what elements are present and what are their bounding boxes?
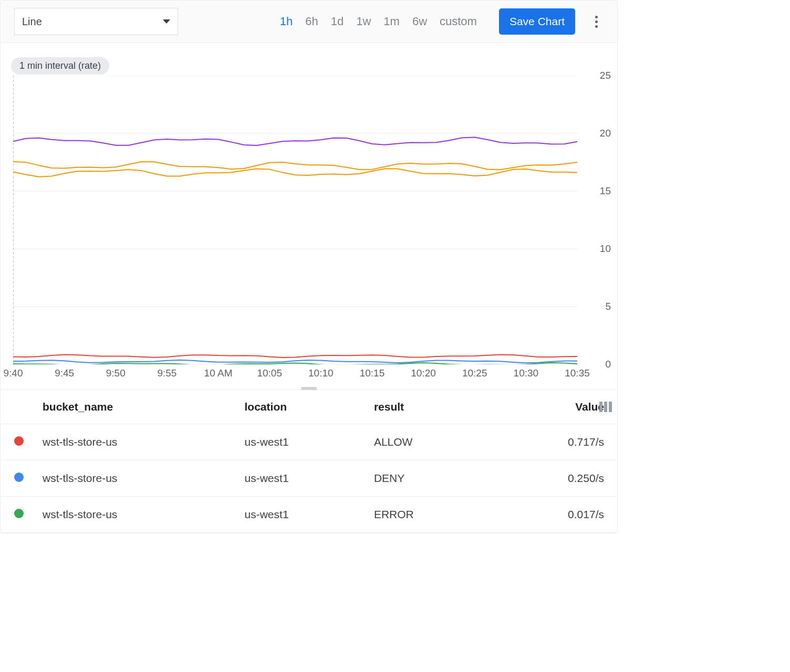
interval-chip[interactable]: 1 min interval (rate) — [11, 57, 109, 75]
cell-bucket-name: wst-tls-store-us — [37, 497, 240, 533]
series-swatch — [14, 436, 24, 446]
save-chart-button[interactable]: Save Chart — [499, 8, 575, 35]
chart-type-select[interactable]: Line — [14, 8, 178, 35]
dropdown-arrow-icon — [163, 19, 170, 24]
chart-type-value: Line — [22, 16, 42, 28]
chart-toolbar: Line 1h6h1d1w1m6wcustom Save Chart — [1, 0, 617, 43]
chart-area: 1 min interval (rate) 0510152025 9:409:4… — [1, 43, 617, 390]
series-line — [13, 162, 577, 170]
range-tab-1m[interactable]: 1m — [377, 16, 406, 27]
col-result[interactable]: result — [369, 390, 488, 424]
table-row[interactable]: wst-tls-store-usus-west1DENY0.250/s — [1, 460, 617, 497]
y-tick-label: 20 — [600, 128, 611, 139]
cell-value: 0.017/s — [488, 497, 617, 533]
y-axis-labels: 0510152025 — [581, 76, 611, 364]
col-bucket-name[interactable]: bucket_name — [37, 390, 240, 424]
table-row[interactable]: wst-tls-store-usus-west1ERROR0.017/s — [1, 497, 617, 533]
col-value[interactable]: Value — [488, 390, 617, 424]
cell-result: DENY — [369, 460, 488, 497]
x-tick-label: 10:10 — [308, 368, 334, 379]
range-tab-6w[interactable]: 6w — [406, 16, 433, 27]
time-range-tabs: 1h6h1d1w1m6wcustom — [274, 16, 483, 27]
cell-bucket-name: wst-tls-store-us — [37, 424, 240, 460]
cell-location: us-west1 — [240, 497, 369, 533]
y-tick-label: 0 — [605, 359, 611, 370]
range-tab-6h[interactable]: 6h — [299, 16, 324, 27]
legend-resize-handle[interactable] — [301, 387, 317, 390]
series-line — [13, 355, 577, 358]
cell-bucket-name: wst-tls-store-us — [37, 460, 240, 497]
range-tab-1d[interactable]: 1d — [325, 16, 350, 27]
y-tick-label: 15 — [600, 185, 611, 197]
x-tick-label: 10:30 — [514, 368, 539, 379]
series-line — [13, 138, 577, 146]
y-tick-label: 25 — [600, 70, 611, 81]
series-swatch — [14, 472, 24, 482]
x-tick-label: 10:15 — [360, 368, 385, 379]
x-tick-label: 9:55 — [157, 368, 176, 379]
x-tick-label: 10 AM — [204, 368, 233, 379]
x-tick-label: 10:05 — [257, 368, 282, 379]
y-tick-label: 5 — [605, 301, 611, 312]
metrics-panel: Line 1h6h1d1w1m6wcustom Save Chart 1 min… — [0, 0, 618, 533]
col-location[interactable]: location — [240, 390, 369, 424]
series-swatch — [14, 509, 24, 518]
x-tick-label: 9:50 — [106, 368, 126, 379]
table-row[interactable]: wst-tls-store-usus-west1ALLOW0.717/s — [1, 424, 617, 460]
range-tab-1h[interactable]: 1h — [274, 16, 299, 27]
x-tick-label: 9:45 — [55, 368, 74, 379]
cell-value: 0.250/s — [488, 460, 617, 497]
legend-table: bucket_name location result Value wst-tl… — [1, 390, 617, 533]
cell-location: us-west1 — [240, 424, 369, 460]
cell-value: 0.717/s — [488, 424, 617, 460]
chart-plot[interactable] — [13, 76, 577, 364]
y-tick-label: 10 — [600, 243, 611, 255]
legend-table-wrap: bucket_name location result Value wst-tl… — [1, 390, 617, 533]
column-picker-button[interactable] — [599, 402, 612, 412]
x-tick-label: 10:35 — [565, 368, 590, 379]
cell-result: ERROR — [369, 497, 488, 533]
x-tick-label: 10:25 — [462, 368, 487, 379]
cell-location: us-west1 — [240, 460, 369, 497]
cell-result: ALLOW — [369, 424, 488, 460]
range-tab-custom[interactable]: custom — [433, 16, 483, 27]
x-tick-label: 10:20 — [411, 368, 436, 379]
range-tab-1w[interactable]: 1w — [350, 16, 377, 27]
series-line — [13, 360, 577, 363]
x-tick-label: 9:40 — [4, 368, 23, 379]
x-axis-labels: 9:409:459:509:5510 AM10:0510:1010:1510:2… — [13, 368, 577, 383]
more-menu-button[interactable] — [586, 11, 607, 32]
